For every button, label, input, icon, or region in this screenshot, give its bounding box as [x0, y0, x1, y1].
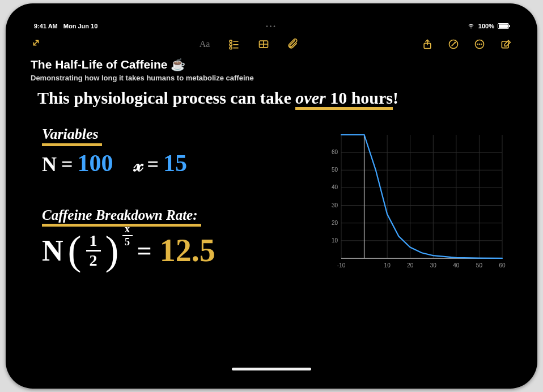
home-indicator[interactable] — [232, 368, 311, 370]
svg-text:40: 40 — [332, 184, 338, 190]
multitask-dots[interactable]: ••• — [266, 23, 277, 29]
variable-x: 𝓍 = 15 — [134, 150, 188, 177]
handwriting-area[interactable]: This physiological process can take over… — [31, 88, 512, 368]
headline-over: over — [295, 88, 330, 110]
note-subtitle: Demonstrating how long it takes humans t… — [31, 74, 512, 82]
svg-point-13 — [480, 44, 480, 45]
svg-point-12 — [477, 44, 478, 45]
collapse-icon[interactable] — [31, 37, 44, 51]
note-content[interactable]: The Half-Life of Caffeine ☕ Demonstratin… — [31, 58, 512, 368]
equation-answer: 12.5 — [160, 232, 215, 269]
svg-text:60: 60 — [332, 149, 338, 155]
more-icon[interactable] — [473, 37, 486, 51]
svg-text:30: 30 — [430, 262, 437, 269]
status-left: 9:41 AM Mon Jun 10 — [34, 23, 97, 29]
battery-icon — [498, 23, 509, 29]
svg-text:20: 20 — [407, 262, 414, 269]
compose-icon[interactable] — [499, 37, 512, 51]
svg-text:10: 10 — [384, 262, 391, 269]
note-title: The Half-Life of Caffeine ☕ — [31, 58, 512, 71]
variables-block: Variables N = 100 𝓍 = 15 — [42, 126, 187, 177]
status-right: 100% — [467, 22, 509, 31]
wifi-icon — [467, 22, 475, 31]
toolbar: Aa — [20, 34, 523, 54]
var-n-value: 100 — [78, 150, 113, 177]
status-date: Mon Jun 10 — [63, 23, 98, 29]
screen-bezel: 9:41 AM Mon Jun 10 ••• 100% — [20, 18, 523, 374]
variable-n: N = 100 — [42, 150, 113, 177]
variables-label: Variables — [42, 126, 102, 146]
checklist-icon[interactable] — [227, 37, 241, 51]
text-style-button[interactable]: Aa — [198, 37, 211, 51]
equals: = — [137, 236, 152, 266]
chart-svg: -10102030405060102030405060 — [320, 130, 507, 272]
svg-text:40: 40 — [453, 262, 460, 269]
headline-bang: ! — [393, 88, 398, 107]
ipad-device-frame: 9:41 AM Mon Jun 10 ••• 100% — [6, 3, 537, 389]
handwritten-headline: This physiological process can take over… — [37, 88, 398, 108]
svg-text:50: 50 — [476, 262, 483, 269]
notes-app-screen: 9:41 AM Mon Jun 10 ••• 100% — [20, 18, 523, 374]
svg-text:30: 30 — [332, 202, 338, 208]
svg-point-0 — [230, 40, 232, 42]
svg-point-14 — [481, 44, 482, 45]
status-bar: 9:41 AM Mon Jun 10 ••• 100% — [20, 18, 523, 32]
battery-percent: 100% — [478, 23, 494, 29]
equation: N ( 1 2 ) x 5 — [42, 232, 215, 269]
attach-icon[interactable] — [286, 37, 300, 51]
svg-text:60: 60 — [499, 262, 506, 269]
var-n-symbol: N — [42, 152, 57, 176]
svg-text:10: 10 — [332, 237, 338, 244]
svg-text:20: 20 — [332, 220, 338, 226]
headline-pre: This physiological process can take — [37, 88, 295, 107]
decay-chart: -10102030405060102030405060 — [320, 130, 507, 272]
status-time: 9:41 AM — [34, 23, 58, 29]
rate-block: Caffeine Breakdown Rate: N ( 1 2 ) — [42, 207, 215, 269]
table-icon[interactable] — [257, 37, 270, 51]
equation-N: N — [42, 234, 63, 267]
var-x-symbol: 𝓍 — [134, 152, 143, 176]
svg-text:50: 50 — [332, 167, 338, 173]
headline-em: 10 hours — [330, 88, 393, 110]
svg-point-2 — [230, 44, 232, 46]
rate-label: Caffeine Breakdown Rate: — [42, 207, 201, 227]
share-icon[interactable] — [421, 37, 434, 51]
svg-text:-10: -10 — [337, 262, 346, 269]
exponent: x 5 — [122, 223, 133, 248]
paren-close: ) — [105, 236, 119, 265]
markup-icon[interactable] — [447, 37, 460, 51]
svg-point-4 — [230, 47, 232, 49]
var-x-value: 15 — [163, 150, 187, 177]
fraction-half: 1 2 — [86, 233, 101, 269]
paren-open: ( — [68, 236, 82, 265]
